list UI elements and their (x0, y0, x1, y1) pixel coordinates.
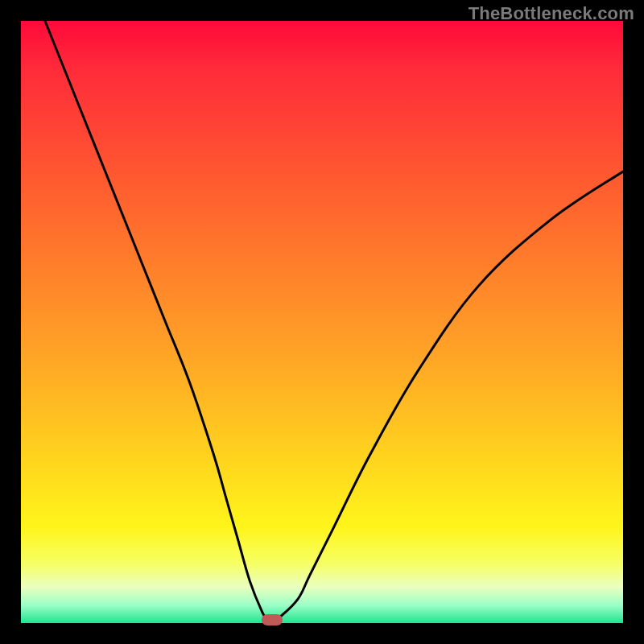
optimum-marker (262, 614, 283, 625)
bottleneck-curve (21, 21, 623, 623)
chart-plot-area (21, 21, 623, 623)
curve-path (45, 21, 623, 621)
chart-frame: TheBottleneck.com (0, 0, 644, 644)
watermark-text: TheBottleneck.com (469, 3, 634, 24)
